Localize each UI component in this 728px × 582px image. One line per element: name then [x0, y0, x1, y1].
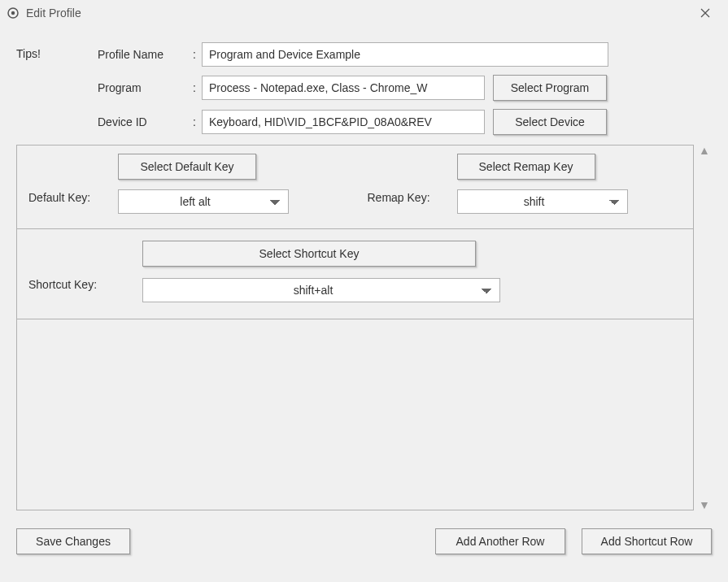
titlebar: Edit Profile: [0, 0, 728, 26]
app-icon: [7, 7, 20, 20]
select-default-key-button[interactable]: Select Default Key: [118, 154, 256, 180]
rows-panel-wrap: Default Key: Select Default Key left alt…: [16, 145, 712, 510]
program-label: Program: [98, 81, 187, 94]
default-key-select[interactable]: left alt: [118, 189, 289, 214]
colon: :: [187, 48, 202, 61]
scroll-down-icon[interactable]: ▼: [699, 499, 710, 510]
select-device-button[interactable]: Select Device: [493, 109, 607, 135]
add-another-row-button[interactable]: Add Another Row: [435, 528, 565, 554]
close-button[interactable]: [689, 0, 721, 26]
row-profile-name: Profile Name :: [98, 42, 712, 67]
select-remap-key-button[interactable]: Select Remap Key: [457, 154, 595, 180]
svg-point-1: [11, 11, 15, 15]
colon: :: [187, 81, 202, 94]
colon: :: [187, 115, 202, 128]
rows-panel: Default Key: Select Default Key left alt…: [16, 145, 694, 510]
row-device-id: Device ID : Select Device: [98, 109, 712, 135]
device-id-input[interactable]: [202, 110, 485, 134]
tips-link[interactable]: Tips!: [16, 47, 41, 60]
remap-key-select[interactable]: shift: [457, 189, 628, 214]
select-program-button[interactable]: Select Program: [493, 75, 607, 101]
shortcut-key-label: Shortcut Key:: [28, 252, 142, 291]
save-changes-button[interactable]: Save Changes: [16, 528, 130, 554]
form-top: Profile Name : Program : Select Program …: [98, 42, 712, 135]
window-title: Edit Profile: [26, 7, 689, 20]
shortcut-row: Shortcut Key: Select Shortcut Key shift+…: [17, 229, 693, 319]
row-program: Program : Select Program: [98, 75, 712, 101]
scroll-indicator: ▲ ▼: [694, 145, 712, 510]
profile-name-label: Profile Name: [98, 48, 187, 61]
device-id-label: Device ID: [98, 115, 187, 128]
profile-name-input[interactable]: [202, 42, 608, 67]
key-row: Default Key: Select Default Key left alt…: [17, 146, 693, 229]
select-shortcut-key-button[interactable]: Select Shortcut Key: [142, 241, 476, 267]
program-input[interactable]: [202, 76, 485, 100]
default-key-col: Default Key: Select Default Key left alt: [28, 154, 343, 214]
bottom-bar: Save Changes Add Another Row Add Shortcu…: [16, 528, 712, 554]
default-key-label: Default Key:: [28, 163, 118, 204]
add-shortcut-row-button[interactable]: Add Shortcut Row: [582, 528, 712, 554]
remap-key-col: Remap Key: Select Remap Key shift: [368, 154, 682, 214]
scroll-up-icon[interactable]: ▲: [699, 145, 710, 156]
shortcut-key-select[interactable]: shift+alt: [142, 278, 500, 302]
remap-key-label: Remap Key:: [368, 163, 457, 204]
